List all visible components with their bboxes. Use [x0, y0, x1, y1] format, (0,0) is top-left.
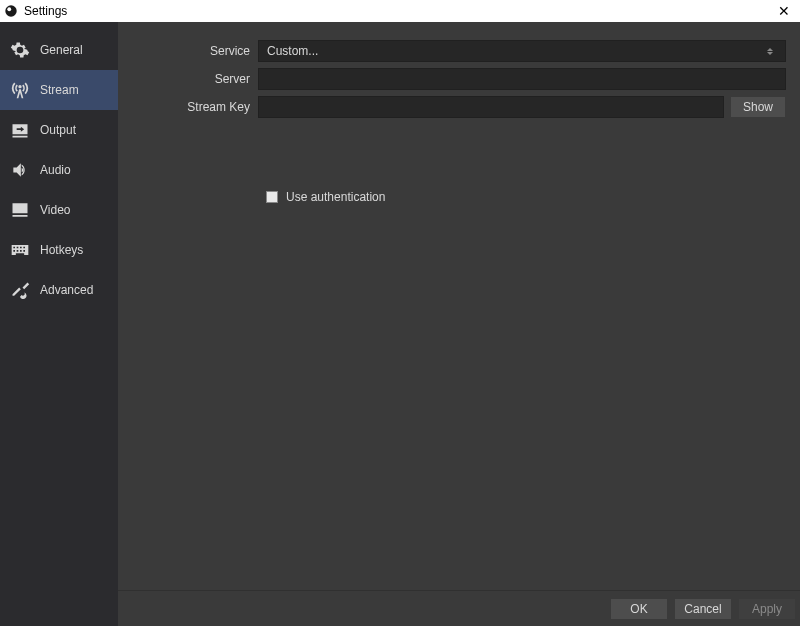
sidebar-item-audio[interactable]: Audio [0, 150, 118, 190]
sidebar-item-label: Advanced [40, 283, 93, 297]
antenna-icon [10, 80, 30, 100]
service-select-value: Custom... [267, 44, 318, 58]
gear-icon [10, 40, 30, 60]
sidebar-item-hotkeys[interactable]: Hotkeys [0, 230, 118, 270]
window-title: Settings [24, 4, 67, 18]
stream-key-row: Stream Key Show [128, 96, 786, 118]
svg-point-0 [5, 5, 16, 16]
use-authentication-row: Use authentication [266, 190, 786, 204]
server-row: Server [128, 68, 786, 90]
stream-key-label: Stream Key [128, 100, 258, 114]
sidebar-item-label: Video [40, 203, 70, 217]
sidebar-item-label: Hotkeys [40, 243, 83, 257]
server-input[interactable] [258, 68, 786, 90]
cancel-button[interactable]: Cancel [674, 598, 732, 620]
app-icon [4, 4, 18, 18]
titlebar-left: Settings [4, 4, 67, 18]
apply-button[interactable]: Apply [738, 598, 796, 620]
service-row: Service Custom... [128, 40, 786, 62]
svg-point-1 [7, 7, 11, 11]
sidebar-item-label: Stream [40, 83, 79, 97]
sidebar-item-general[interactable]: General [0, 30, 118, 70]
titlebar: Settings ✕ [0, 0, 800, 22]
tools-icon [10, 280, 30, 300]
keyboard-icon [10, 240, 30, 260]
service-select[interactable]: Custom... [258, 40, 786, 62]
sidebar-item-video[interactable]: Video [0, 190, 118, 230]
sidebar-item-advanced[interactable]: Advanced [0, 270, 118, 310]
updown-icon [763, 48, 777, 55]
stream-settings-form: Service Custom... Server [118, 22, 800, 590]
monitor-icon [10, 200, 30, 220]
service-label: Service [128, 44, 258, 58]
server-label: Server [128, 72, 258, 86]
use-authentication-label: Use authentication [286, 190, 385, 204]
sidebar-item-label: Output [40, 123, 76, 137]
sidebar: General Stream Output Audio [0, 22, 118, 626]
settings-window: Settings ✕ General Stream Out [0, 0, 800, 626]
show-button[interactable]: Show [730, 96, 786, 118]
ok-button[interactable]: OK [610, 598, 668, 620]
app-body: General Stream Output Audio [0, 22, 800, 626]
speaker-icon [10, 160, 30, 180]
sidebar-item-output[interactable]: Output [0, 110, 118, 150]
dialog-footer: OK Cancel Apply [118, 590, 800, 626]
sidebar-item-label: General [40, 43, 83, 57]
output-icon [10, 120, 30, 140]
close-icon[interactable]: ✕ [772, 4, 796, 18]
stream-key-input[interactable] [258, 96, 724, 118]
use-authentication-checkbox[interactable] [266, 191, 278, 203]
sidebar-item-label: Audio [40, 163, 71, 177]
main-panel: Service Custom... Server [118, 22, 800, 626]
sidebar-item-stream[interactable]: Stream [0, 70, 118, 110]
